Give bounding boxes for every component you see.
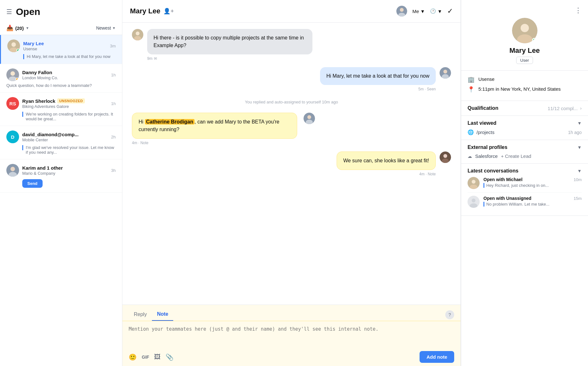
qualification-header[interactable]: Qualification 11/12 compl... › <box>468 105 582 111</box>
lc-preview: Hey Richard, just checking in on... <box>483 183 582 188</box>
hamburger-icon[interactable]: ☰ <box>6 8 12 16</box>
conv-time: 1h <box>111 101 116 106</box>
sort-button[interactable]: Newest ▼ <box>96 25 116 31</box>
conversation-item-karim[interactable]: Karim and 1 other Mario & Company 3h Sen… <box>0 159 122 193</box>
tab-reply[interactable]: Reply <box>129 309 152 320</box>
globe-icon: 🌐 <box>468 129 474 135</box>
assigned-to-button[interactable]: Me ▼ <box>412 9 425 14</box>
conv-time: 1h <box>111 73 116 77</box>
conv-info: david_diamond@comp... Mobile Center <box>22 132 79 142</box>
qualification-value: 11/12 compl... <box>548 106 578 111</box>
salesforce-icon: ☁ <box>468 154 472 159</box>
reply-tabs: Reply Note ? <box>122 305 461 321</box>
conv-time: 2h <box>111 135 116 139</box>
preview-bar <box>23 54 24 59</box>
conv-preview: Hi Mary, let me take a look at that for … <box>7 54 116 59</box>
msg-time-value: 9m <box>147 56 153 61</box>
reply-area: Reply Note ? 🙂 GIF 🖼 📎 Add note <box>122 305 461 366</box>
mentioned-user: Catherine Brodigan <box>145 119 195 124</box>
msg-timestamp: 4m · Note <box>132 141 297 145</box>
contact-profile: Mary Lee User <box>461 15 588 71</box>
lc-time: 10m <box>574 177 582 182</box>
last-viewed-row: 🌐 /projects 1h ago <box>468 129 582 135</box>
online-indicator <box>17 49 20 52</box>
svg-point-10 <box>400 8 404 12</box>
attachment-icon[interactable]: 📎 <box>166 353 174 361</box>
latest-conversations-header[interactable]: Latest conversations ▼ <box>468 168 582 174</box>
chevron-down-icon: ▼ <box>577 168 582 173</box>
conv-company: London Moving Co. <box>22 75 58 80</box>
svg-point-19 <box>307 115 311 119</box>
external-profiles-content: ☁ Salesforce + Create Lead <box>468 153 582 159</box>
reply-toolbar: 🙂 GIF 🖼 📎 Add note <box>122 348 461 366</box>
add-note-button[interactable]: Add note <box>420 351 454 363</box>
lc-bar <box>483 183 484 188</box>
chat-header-right: Me ▼ 🕐 ▼ ✓ <box>396 6 453 17</box>
header-avatar <box>396 6 407 17</box>
inbox-filter[interactable]: 📥 (20) ▼ <box>6 25 29 32</box>
conv-item-top: RS Ryan Sherlock UNSNOOZED Biking Advent… <box>6 97 116 110</box>
svg-point-13 <box>136 32 140 35</box>
chat-messages: Hi there - is it possible to copy multip… <box>122 23 461 305</box>
msg-timestamp: 5m · Seen <box>320 87 436 91</box>
conv-name: david_diamond@comp... <box>22 132 79 137</box>
more-options-icon[interactable]: ⋮ <box>575 6 582 15</box>
conv-item-top: D david_diamond@comp... Mobile Center 2h <box>6 130 116 143</box>
external-profiles-section: External profiles ▼ ☁ Salesforce + Creat… <box>461 140 588 164</box>
sidebar-title: Open <box>16 6 40 17</box>
msg-bubble: Hi there - is it possible to copy multip… <box>147 29 312 54</box>
action-button[interactable]: Send <box>22 179 43 188</box>
last-viewed-header[interactable]: Last viewed ▼ <box>468 120 582 126</box>
msg-content: Hi Catherine Brodigan, can we add Mary t… <box>132 113 297 145</box>
emoji-icon[interactable]: 🙂 <box>129 353 137 361</box>
system-text: You replied and auto-assigned to yoursel… <box>245 100 338 104</box>
lc-body: Open with Michael 10m Hey Richard, just … <box>483 177 582 188</box>
latest-conv-item-unassigned[interactable]: Open with Unassigned 15m No problem Will… <box>468 193 582 211</box>
image-icon[interactable]: 🖼 <box>154 353 161 361</box>
assigned-to-label: Me <box>412 9 419 14</box>
create-lead-button[interactable]: + Create Lead <box>501 153 531 159</box>
salesforce-label: Salesforce <box>475 153 498 159</box>
system-message: You replied and auto-assigned to yoursel… <box>132 98 451 106</box>
help-button[interactable]: ? <box>445 310 454 319</box>
gif-icon[interactable]: GIF <box>142 355 149 360</box>
conversation-item-danny-fallon[interactable]: Danny Fallon London Moving Co. 1h Quick … <box>0 64 122 93</box>
conv-time: 3m <box>110 44 116 48</box>
lc-avatar-unassigned <box>468 196 480 208</box>
profile-name: Mary Lee <box>509 46 540 55</box>
conversation-item-ryan-sherlock[interactable]: RS Ryan Sherlock UNSNOOZED Biking Advent… <box>0 93 122 126</box>
location-row: 📍 5:11pm in New York, NY, United States <box>468 86 582 93</box>
conv-name: Danny Fallon <box>22 70 58 75</box>
svg-point-31 <box>472 199 475 202</box>
msg-timestamp: 9m ✉ <box>147 56 312 61</box>
snooze-button[interactable]: 🕐 ▼ <box>430 8 442 14</box>
conversation-item-david-diamond[interactable]: D david_diamond@comp... Mobile Center 2h… <box>0 126 122 159</box>
msg-bubble: Hi Mary, let me take a look at that for … <box>320 67 436 85</box>
tab-note[interactable]: Note <box>152 309 174 321</box>
msg-content: Hi Mary, let me take a look at that for … <box>320 67 436 91</box>
external-profiles-header[interactable]: External profiles ▼ <box>468 144 582 150</box>
add-user-icon[interactable]: 👤+ <box>163 8 174 15</box>
conversation-item-mary-lee[interactable]: Mary Lee Usense 3m Hi Mary, let me take … <box>0 35 122 64</box>
conv-info: Ryan Sherlock UNSNOOZED Biking Adventure… <box>22 98 85 109</box>
latest-conv-item-michael[interactable]: Open with Michael 10m Hey Richard, just … <box>468 174 582 193</box>
preview-bar <box>22 112 23 117</box>
conv-left: RS Ryan Sherlock UNSNOOZED Biking Advent… <box>6 97 85 110</box>
conv-preview: We're working on creating folders for pr… <box>6 112 116 121</box>
reply-textarea[interactable] <box>122 321 461 347</box>
right-panel: ⋮ Mary Lee User 🏢 Usense 📍 5:11pm in New… <box>461 0 588 366</box>
conv-blue-btn[interactable]: Send <box>6 179 116 188</box>
message-incoming: Hi there - is it possible to copy multip… <box>132 29 451 61</box>
lc-header: Open with Unassigned 15m <box>483 196 582 201</box>
note-text-before: Hi <box>139 119 145 124</box>
resolve-button[interactable]: ✓ <box>447 7 453 15</box>
conv-preview: I'm glad we've resolved your issue. Let … <box>6 145 116 155</box>
preview-text: Hi Mary, let me take a look at that for … <box>27 54 111 59</box>
lc-bar <box>483 202 484 207</box>
conversation-list: Mary Lee Usense 3m Hi Mary, let me take … <box>0 35 122 366</box>
last-viewed-time: 1h ago <box>568 130 582 135</box>
inbox-count: (20) <box>15 25 24 31</box>
avatar-initials: RS <box>10 101 16 106</box>
conv-left: Karim and 1 other Mario & Company <box>6 164 63 177</box>
lc-header: Open with Michael 10m <box>483 177 582 182</box>
